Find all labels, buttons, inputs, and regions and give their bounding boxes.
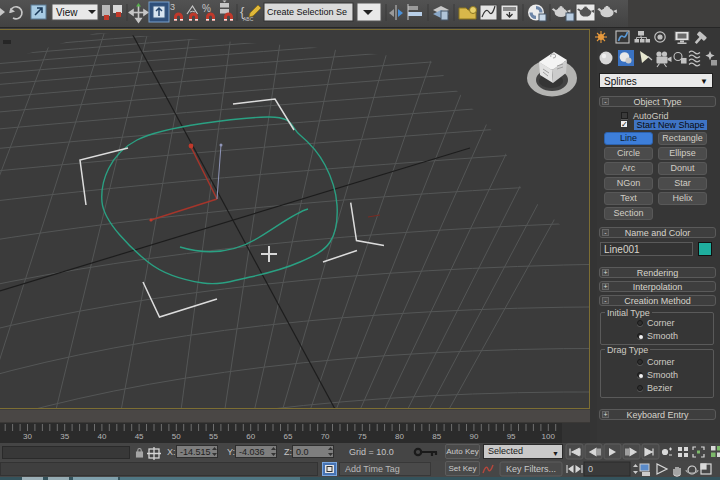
svg-text:80: 80 <box>395 432 404 441</box>
svg-text:75: 75 <box>358 432 367 441</box>
svg-text:90: 90 <box>469 432 478 441</box>
svg-text:40: 40 <box>97 432 106 441</box>
svg-text:50: 50 <box>172 432 181 441</box>
svg-text:55: 55 <box>209 432 218 441</box>
svg-text:85: 85 <box>432 432 441 441</box>
svg-text:0: 0 <box>588 464 593 474</box>
svg-text:65: 65 <box>283 432 292 441</box>
svg-text:30: 30 <box>23 432 32 441</box>
svg-text:95: 95 <box>507 432 516 441</box>
svg-text:View: View <box>56 7 78 18</box>
svg-text:100: 100 <box>542 432 556 441</box>
svg-text:3: 3 <box>170 2 175 12</box>
svg-text:60: 60 <box>246 432 255 441</box>
svg-text:45: 45 <box>135 432 144 441</box>
svg-text:35: 35 <box>60 432 69 441</box>
svg-text:%: % <box>202 3 211 14</box>
svg-text:Key Filters...: Key Filters... <box>506 464 556 474</box>
svg-text:70: 70 <box>321 432 330 441</box>
svg-text:ABC: ABC <box>243 16 254 22</box>
svg-text:Create Selection Se: Create Selection Se <box>267 7 347 17</box>
